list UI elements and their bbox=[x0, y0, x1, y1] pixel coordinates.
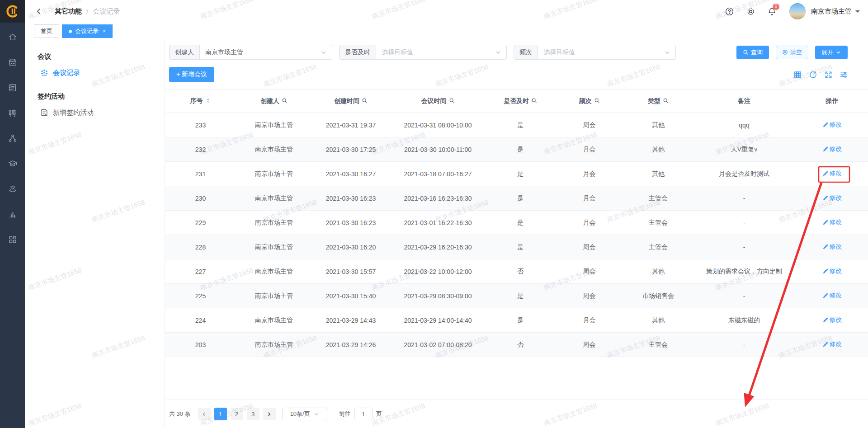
chevron-down-icon bbox=[321, 50, 327, 55]
cell-ontime: 是 bbox=[486, 292, 554, 300]
cell-remark: - bbox=[692, 341, 796, 348]
column-header[interactable]: 创建人 bbox=[236, 97, 312, 105]
cell-created-time: 2021-03-29 14:26 bbox=[312, 341, 389, 348]
cell-creator: 南京市场主管 bbox=[236, 268, 312, 276]
cell-created-time: 2021-03-30 16:23 bbox=[312, 219, 389, 226]
breadcrumb-section[interactable]: 其它功能 bbox=[55, 7, 82, 16]
tab-home[interactable]: 首页 bbox=[34, 24, 59, 38]
user-avatar[interactable] bbox=[789, 3, 806, 19]
edit-row-button[interactable]: 修改 bbox=[822, 267, 842, 275]
rail-recruit-icon[interactable]: 聘 bbox=[0, 100, 25, 126]
cell-seq: 230 bbox=[165, 195, 236, 202]
search-button[interactable]: 查询 bbox=[736, 46, 769, 59]
sidebar-item-new-signing-activity[interactable]: 新增签约活动 bbox=[25, 103, 165, 122]
edit-row-button[interactable]: 修改 bbox=[822, 243, 842, 251]
column-header[interactable]: 类型 bbox=[624, 97, 692, 105]
cell-type: 主管会 bbox=[624, 194, 692, 202]
filter-frequency-select[interactable]: 选择目标值 bbox=[538, 45, 675, 59]
column-header[interactable]: 会议时间 bbox=[389, 97, 486, 105]
goto-page-input[interactable] bbox=[354, 408, 373, 420]
grid-view-icon[interactable] bbox=[794, 71, 802, 79]
back-button[interactable] bbox=[35, 7, 43, 15]
cell-remark: - bbox=[692, 195, 796, 202]
rail-graduate-icon[interactable] bbox=[0, 151, 25, 176]
rail-notebook-icon[interactable] bbox=[0, 75, 25, 100]
cell-meeting-time: 2021-03-29 14:00-14:40 bbox=[389, 317, 486, 324]
cell-created-time: 2021-03-30 16:27 bbox=[312, 170, 389, 178]
rail-home-icon[interactable] bbox=[0, 24, 25, 50]
column-search-icon[interactable] bbox=[282, 98, 288, 105]
edit-row-button[interactable]: 修改 bbox=[822, 194, 842, 202]
sidebar-item-meeting-records[interactable]: 会议记录 bbox=[25, 64, 165, 82]
notifications-bell-icon[interactable]: 0 bbox=[767, 7, 777, 16]
rail-grid-icon[interactable] bbox=[0, 227, 25, 252]
expand-button[interactable]: 展开 bbox=[815, 46, 848, 59]
edit-row-button[interactable]: 修改 bbox=[822, 292, 842, 300]
rail-share-nodes-icon[interactable] bbox=[0, 126, 25, 151]
cell-remark: 大V重复v bbox=[692, 146, 796, 154]
prev-page-button[interactable] bbox=[198, 408, 211, 420]
edit-row-button[interactable]: 修改 bbox=[822, 169, 842, 178]
filter-ontime-select[interactable]: 选择目标值 bbox=[376, 45, 506, 59]
rail-heart-hands-icon[interactable] bbox=[0, 176, 25, 202]
cell-seq: 233 bbox=[165, 122, 236, 129]
add-meeting-button[interactable]: + 新增会议 bbox=[169, 67, 214, 82]
cell-actions: 修改 bbox=[796, 169, 868, 178]
chevron-right-icon bbox=[267, 412, 272, 417]
clear-button[interactable]: 清空 bbox=[776, 46, 808, 59]
cell-frequency: 月会 bbox=[554, 194, 624, 202]
cell-ontime: 是 bbox=[486, 243, 554, 251]
cell-frequency: 周会 bbox=[554, 341, 624, 349]
page-button-1[interactable]: 1 bbox=[214, 408, 227, 420]
edit-row-button[interactable]: 修改 bbox=[822, 121, 842, 129]
edit-row-button[interactable]: 修改 bbox=[822, 340, 842, 348]
table-row: 232 南京市场主管 2021-03-30 17:25 2021-03-30 1… bbox=[165, 137, 868, 162]
page-button-3[interactable]: 3 bbox=[247, 408, 259, 420]
sort-icon[interactable] bbox=[205, 98, 211, 105]
refresh-icon[interactable] bbox=[809, 71, 817, 79]
filter-bar: 创建人 南京市场主管 是否及时 选择目标值 频次 选择目标值 查询 bbox=[169, 45, 848, 60]
cell-seq: 228 bbox=[165, 244, 236, 251]
brand-c-icon bbox=[6, 5, 19, 18]
column-search-icon[interactable] bbox=[531, 98, 537, 105]
help-icon[interactable] bbox=[725, 7, 734, 16]
rail-bar-chart-icon[interactable] bbox=[0, 202, 25, 227]
next-page-button[interactable] bbox=[263, 408, 276, 420]
cell-created-time: 2021-03-30 16:23 bbox=[312, 195, 389, 202]
cell-actions: 修改 bbox=[796, 145, 868, 154]
column-header[interactable]: 操作 bbox=[796, 97, 868, 105]
column-header[interactable]: 是否及时 bbox=[486, 97, 554, 105]
user-menu-caret-icon[interactable] bbox=[855, 10, 860, 15]
column-header[interactable]: 备注 bbox=[692, 97, 796, 105]
edit-row-button[interactable]: 修改 bbox=[822, 316, 842, 324]
edit-row-button[interactable]: 修改 bbox=[822, 145, 842, 153]
rail-calendar-icon[interactable] bbox=[0, 50, 25, 75]
pencil-icon bbox=[822, 317, 828, 323]
user-name[interactable]: 南京市场主管 bbox=[811, 7, 852, 16]
notification-badge: 0 bbox=[773, 4, 779, 10]
app-logo[interactable] bbox=[0, 0, 25, 23]
chevron-down-icon bbox=[314, 411, 319, 417]
column-header[interactable]: 创建时间 bbox=[312, 97, 389, 105]
cell-ontime: 是 bbox=[486, 194, 554, 202]
column-settings-icon[interactable] bbox=[840, 71, 848, 79]
tab-meeting-records[interactable]: 会议记录 × bbox=[62, 24, 113, 38]
edit-row-button[interactable]: 修改 bbox=[822, 218, 842, 226]
sidebar-group-signing: 签约活动 新增签约活动 bbox=[25, 92, 165, 122]
column-search-icon[interactable] bbox=[663, 98, 669, 105]
filter-creator-select[interactable]: 南京市场主管 bbox=[200, 45, 332, 59]
column-search-icon[interactable] bbox=[449, 98, 455, 105]
page-button-2[interactable]: 2 bbox=[231, 408, 243, 420]
table-view-tools bbox=[794, 71, 848, 79]
tab-close-icon[interactable]: × bbox=[103, 28, 106, 34]
column-header[interactable]: 频次 bbox=[554, 97, 624, 105]
cell-remark: 东磁东磁的 bbox=[692, 316, 796, 325]
settings-gear-icon[interactable] bbox=[746, 7, 755, 16]
sidebar: 会议 会议记录 签约活动 新增签约活动 bbox=[25, 40, 165, 428]
column-header[interactable]: 序号 bbox=[165, 97, 236, 105]
column-search-icon[interactable] bbox=[362, 98, 368, 105]
fullscreen-icon[interactable] bbox=[825, 71, 832, 79]
column-search-icon[interactable] bbox=[594, 98, 600, 105]
page-size-select[interactable]: 10条/页 bbox=[282, 408, 327, 420]
cell-remark: qqq bbox=[692, 122, 796, 129]
